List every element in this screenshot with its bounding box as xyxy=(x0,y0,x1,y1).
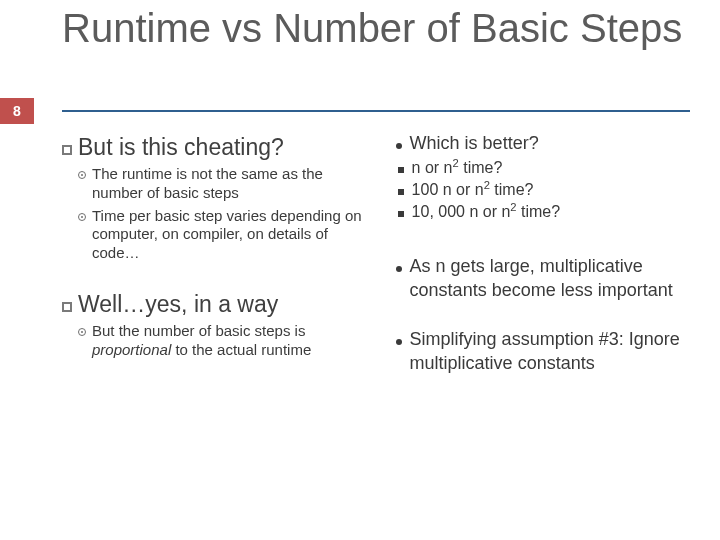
square-bullet-icon xyxy=(62,302,72,312)
heading-text: Well…yes, in a way xyxy=(78,291,278,318)
heading-cheating: But is this cheating? xyxy=(62,134,376,161)
bullet-text: As n gets large, multiplicative constant… xyxy=(410,255,692,302)
square-dot-icon xyxy=(398,211,404,217)
circle-bullet-icon xyxy=(78,213,86,221)
heading-text: But is this cheating? xyxy=(78,134,284,161)
bullet-text: The runtime is not the same as the numbe… xyxy=(92,165,376,203)
disc-bullet-icon xyxy=(396,266,402,272)
bullet-proportional: But the number of basic steps is proport… xyxy=(78,322,376,360)
bullet-time-varies: Time per basic step varies depending on … xyxy=(78,207,376,263)
heading-well-yes: Well…yes, in a way xyxy=(62,291,376,318)
option-text: 10, 000 n or n2 time? xyxy=(412,203,561,221)
right-column: Which is better? n or n2 time? 100 n or … xyxy=(390,128,692,520)
option-text: 100 n or n2 time? xyxy=(412,181,534,199)
page-number-badge: 8 xyxy=(0,98,34,124)
bullet-text: But the number of basic steps is proport… xyxy=(92,322,376,360)
slide-title: Runtime vs Number of Basic Steps xyxy=(62,6,700,50)
title-divider xyxy=(62,110,690,112)
option-text: n or n2 time? xyxy=(412,159,503,177)
disc-bullet-icon xyxy=(396,143,402,149)
bullet-runtime-not-same: The runtime is not the same as the numbe… xyxy=(78,165,376,203)
option-n-or-n2: n or n2 time? xyxy=(398,159,692,177)
option-100n-or-n2: 100 n or n2 time? xyxy=(398,181,692,199)
bullet-text: Simplifying assumption #3: Ignore multip… xyxy=(410,328,692,375)
bullet-which-better: Which is better? xyxy=(396,132,692,155)
option-10000n-or-n2: 10, 000 n or n2 time? xyxy=(398,203,692,221)
circle-bullet-icon xyxy=(78,171,86,179)
disc-bullet-icon xyxy=(396,339,402,345)
content-columns: But is this cheating? The runtime is not… xyxy=(62,128,692,520)
bullet-text: Which is better? xyxy=(410,132,539,155)
bullet-constants-less-important: As n gets large, multiplicative constant… xyxy=(396,255,692,302)
left-column: But is this cheating? The runtime is not… xyxy=(62,128,390,520)
square-dot-icon xyxy=(398,167,404,173)
square-bullet-icon xyxy=(62,145,72,155)
circle-bullet-icon xyxy=(78,328,86,336)
bullet-simplifying-assumption: Simplifying assumption #3: Ignore multip… xyxy=(396,328,692,375)
square-dot-icon xyxy=(398,189,404,195)
bullet-text: Time per basic step varies depending on … xyxy=(92,207,376,263)
